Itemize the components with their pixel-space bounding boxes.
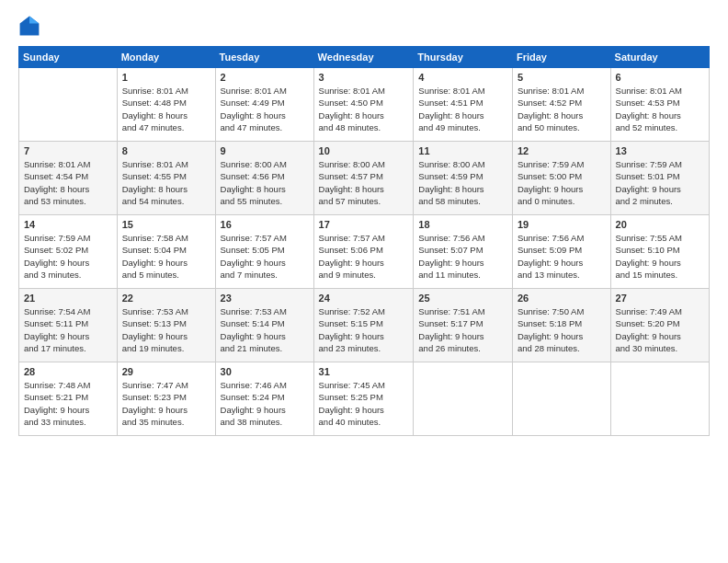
day-number: 15: [122, 219, 210, 230]
day-number: 14: [24, 219, 112, 230]
day-number: 1: [122, 72, 210, 83]
day-info: Sunrise: 7:50 AM Sunset: 5:18 PM Dayligh…: [518, 305, 606, 354]
day-info: Sunrise: 7:46 AM Sunset: 5:24 PM Dayligh…: [221, 379, 309, 428]
day-number: 29: [122, 366, 210, 377]
day-info: Sunrise: 7:59 AM Sunset: 5:02 PM Dayligh…: [24, 232, 112, 281]
day-number: 3: [319, 72, 409, 83]
day-cell: 19Sunrise: 7:56 AM Sunset: 5:09 PM Dayli…: [512, 215, 610, 289]
header-sunday: Sunday: [19, 47, 118, 68]
day-info: Sunrise: 8:00 AM Sunset: 4:57 PM Dayligh…: [319, 158, 409, 207]
day-cell: 15Sunrise: 7:58 AM Sunset: 5:04 PM Dayli…: [117, 215, 215, 289]
day-number: 17: [319, 219, 409, 230]
day-cell: 23Sunrise: 7:53 AM Sunset: 5:14 PM Dayli…: [215, 289, 313, 362]
day-cell: 28Sunrise: 7:48 AM Sunset: 5:21 PM Dayli…: [19, 362, 118, 436]
day-number: 13: [616, 145, 704, 156]
day-cell: [610, 362, 709, 436]
day-info: Sunrise: 8:01 AM Sunset: 4:49 PM Dayligh…: [221, 85, 309, 133]
week-row-2: 14Sunrise: 7:59 AM Sunset: 5:02 PM Dayli…: [19, 215, 710, 289]
week-row-0: 1Sunrise: 8:01 AM Sunset: 4:48 PM Daylig…: [19, 68, 710, 142]
calendar-body: 1Sunrise: 8:01 AM Sunset: 4:48 PM Daylig…: [19, 68, 710, 436]
day-cell: 30Sunrise: 7:46 AM Sunset: 5:24 PM Dayli…: [215, 362, 313, 436]
day-number: 10: [319, 145, 409, 156]
day-cell: 5Sunrise: 8:01 AM Sunset: 4:52 PM Daylig…: [512, 68, 610, 142]
day-number: 19: [518, 219, 606, 230]
day-number: 12: [518, 145, 606, 156]
calendar-header: SundayMondayTuesdayWednesdayThursdayFrid…: [19, 47, 710, 68]
day-number: 2: [221, 72, 309, 83]
day-number: 26: [518, 293, 606, 304]
day-cell: 10Sunrise: 8:00 AM Sunset: 4:57 PM Dayli…: [313, 142, 414, 215]
day-info: Sunrise: 7:57 AM Sunset: 5:05 PM Dayligh…: [221, 232, 309, 281]
day-cell: 1Sunrise: 8:01 AM Sunset: 4:48 PM Daylig…: [117, 68, 215, 142]
day-number: 30: [221, 366, 309, 377]
day-cell: 12Sunrise: 7:59 AM Sunset: 5:00 PM Dayli…: [512, 142, 610, 215]
day-cell: [512, 362, 610, 436]
week-row-1: 7Sunrise: 8:01 AM Sunset: 4:54 PM Daylig…: [19, 142, 710, 215]
header-tuesday: Tuesday: [215, 47, 313, 68]
day-info: Sunrise: 8:01 AM Sunset: 4:48 PM Dayligh…: [122, 85, 210, 133]
day-info: Sunrise: 7:53 AM Sunset: 5:14 PM Dayligh…: [221, 305, 309, 354]
day-number: 21: [24, 293, 112, 304]
day-info: Sunrise: 7:59 AM Sunset: 5:01 PM Dayligh…: [616, 158, 704, 207]
day-cell: 26Sunrise: 7:50 AM Sunset: 5:18 PM Dayli…: [512, 289, 610, 362]
logo: [18, 15, 44, 37]
day-info: Sunrise: 7:49 AM Sunset: 5:20 PM Dayligh…: [616, 305, 704, 354]
header-thursday: Thursday: [414, 47, 513, 68]
day-info: Sunrise: 7:48 AM Sunset: 5:21 PM Dayligh…: [24, 379, 112, 428]
day-number: 27: [616, 293, 704, 304]
week-row-4: 28Sunrise: 7:48 AM Sunset: 5:21 PM Dayli…: [19, 362, 710, 436]
day-cell: 2Sunrise: 8:01 AM Sunset: 4:49 PM Daylig…: [215, 68, 313, 142]
day-number: 25: [418, 293, 507, 304]
header-friday: Friday: [512, 47, 610, 68]
day-info: Sunrise: 7:45 AM Sunset: 5:25 PM Dayligh…: [319, 379, 409, 428]
day-info: Sunrise: 7:51 AM Sunset: 5:17 PM Dayligh…: [418, 305, 507, 354]
day-info: Sunrise: 8:01 AM Sunset: 4:51 PM Dayligh…: [418, 85, 507, 133]
day-number: 16: [221, 219, 309, 230]
header-saturday: Saturday: [610, 47, 709, 68]
day-cell: 4Sunrise: 8:01 AM Sunset: 4:51 PM Daylig…: [414, 68, 513, 142]
day-cell: 9Sunrise: 8:00 AM Sunset: 4:56 PM Daylig…: [215, 142, 313, 215]
day-info: Sunrise: 8:00 AM Sunset: 4:59 PM Dayligh…: [418, 158, 507, 207]
day-info: Sunrise: 8:01 AM Sunset: 4:55 PM Dayligh…: [122, 158, 210, 207]
day-cell: 22Sunrise: 7:53 AM Sunset: 5:13 PM Dayli…: [117, 289, 215, 362]
day-number: 31: [319, 366, 409, 377]
day-cell: 18Sunrise: 7:56 AM Sunset: 5:07 PM Dayli…: [414, 215, 513, 289]
logo-icon: [18, 15, 40, 37]
day-cell: 11Sunrise: 8:00 AM Sunset: 4:59 PM Dayli…: [414, 142, 513, 215]
day-info: Sunrise: 8:01 AM Sunset: 4:53 PM Dayligh…: [616, 85, 704, 133]
day-number: 4: [418, 72, 507, 83]
day-info: Sunrise: 7:56 AM Sunset: 5:09 PM Dayligh…: [518, 232, 606, 281]
day-info: Sunrise: 7:55 AM Sunset: 5:10 PM Dayligh…: [616, 232, 704, 281]
day-cell: 27Sunrise: 7:49 AM Sunset: 5:20 PM Dayli…: [610, 289, 709, 362]
day-number: 11: [418, 145, 507, 156]
day-info: Sunrise: 7:54 AM Sunset: 5:11 PM Dayligh…: [24, 305, 112, 354]
day-number: 6: [616, 72, 704, 83]
day-info: Sunrise: 8:01 AM Sunset: 4:54 PM Dayligh…: [24, 158, 112, 207]
day-cell: 17Sunrise: 7:57 AM Sunset: 5:06 PM Dayli…: [313, 215, 414, 289]
week-row-3: 21Sunrise: 7:54 AM Sunset: 5:11 PM Dayli…: [19, 289, 710, 362]
day-cell: 8Sunrise: 8:01 AM Sunset: 4:55 PM Daylig…: [117, 142, 215, 215]
page: SundayMondayTuesdayWednesdayThursdayFrid…: [0, 0, 728, 563]
day-cell: 7Sunrise: 8:01 AM Sunset: 4:54 PM Daylig…: [19, 142, 118, 215]
day-number: 7: [24, 145, 112, 156]
day-cell: 3Sunrise: 8:01 AM Sunset: 4:50 PM Daylig…: [313, 68, 414, 142]
day-cell: [414, 362, 513, 436]
header-row: SundayMondayTuesdayWednesdayThursdayFrid…: [19, 47, 710, 68]
header: [18, 15, 710, 37]
day-cell: 31Sunrise: 7:45 AM Sunset: 5:25 PM Dayli…: [313, 362, 414, 436]
day-info: Sunrise: 7:47 AM Sunset: 5:23 PM Dayligh…: [122, 379, 210, 428]
day-cell: 6Sunrise: 8:01 AM Sunset: 4:53 PM Daylig…: [610, 68, 709, 142]
day-info: Sunrise: 7:52 AM Sunset: 5:15 PM Dayligh…: [319, 305, 409, 354]
day-info: Sunrise: 7:57 AM Sunset: 5:06 PM Dayligh…: [319, 232, 409, 281]
day-number: 9: [221, 145, 309, 156]
day-info: Sunrise: 7:53 AM Sunset: 5:13 PM Dayligh…: [122, 305, 210, 354]
day-number: 8: [122, 145, 210, 156]
day-number: 20: [616, 219, 704, 230]
calendar: SundayMondayTuesdayWednesdayThursdayFrid…: [18, 46, 710, 436]
day-number: 23: [221, 293, 309, 304]
day-number: 5: [518, 72, 606, 83]
day-number: 28: [24, 366, 112, 377]
header-wednesday: Wednesday: [313, 47, 414, 68]
day-cell: 29Sunrise: 7:47 AM Sunset: 5:23 PM Dayli…: [117, 362, 215, 436]
day-cell: 16Sunrise: 7:57 AM Sunset: 5:05 PM Dayli…: [215, 215, 313, 289]
